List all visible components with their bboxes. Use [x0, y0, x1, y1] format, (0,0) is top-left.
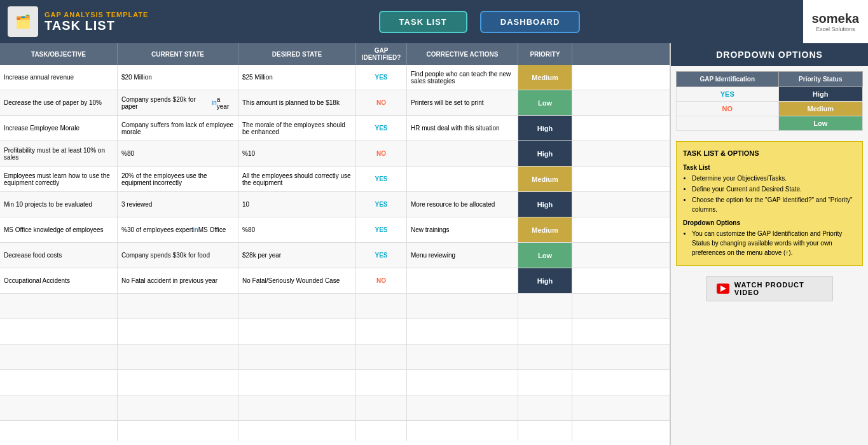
dropdown-section: GAP Identification Priority Status YES H… — [671, 66, 868, 136]
table-row: MS Office knowledge of employees %30 of … — [0, 217, 670, 243]
cell-desired — [238, 395, 356, 420]
cell-desired: All the employees should correctly use t… — [238, 167, 356, 191]
cell-current: 20% of the employees use the equipment i… — [118, 167, 238, 191]
cell-gap: YES — [356, 116, 407, 140]
table-header: TASK/OBJECTIVE CURRENT STATE DESIRED STA… — [0, 43, 670, 65]
cell-current — [118, 395, 238, 420]
col-header-gap: GAPIDENTIFIED? — [356, 43, 407, 65]
table-body: Increase annual revenue $20 Million $25 … — [0, 65, 670, 441]
header-title: TASK LIST — [45, 18, 148, 33]
cell-gap — [356, 345, 407, 369]
cell-desired — [238, 421, 356, 441]
cell-corrective: Menu reviewing — [407, 243, 518, 268]
main-container: TASK/OBJECTIVE CURRENT STATE DESIRED STA… — [0, 43, 868, 445]
table-row: Employees must learn how to use the equi… — [0, 167, 670, 192]
someka-logo-text: someka — [812, 11, 860, 26]
dropdown-row: Low — [677, 116, 863, 131]
dropdown-gap-no: NO — [677, 102, 779, 116]
cell-desired: $28k per year — [238, 243, 356, 268]
cell-current — [118, 294, 238, 318]
cell-priority: High — [518, 268, 572, 293]
col-gap-identification: GAP Identification — [677, 72, 779, 87]
cell-current: %80 — [118, 141, 238, 166]
cell-priority: Medium — [518, 167, 572, 191]
table-row — [0, 294, 670, 319]
table-row: Decrease the use of paper by 10% Company… — [0, 90, 670, 116]
info-dropdown-list: You can customize the GAP Identification… — [683, 229, 856, 257]
col-priority-status: Priority Status — [778, 72, 862, 87]
dropdown-priority-low: Low — [778, 116, 862, 131]
list-item: You can customize the GAP Identification… — [692, 229, 856, 257]
header-subtitle: GAP ANALYSIS TEMPLATE — [45, 11, 148, 18]
cell-desired — [238, 319, 356, 344]
cell-desired: This amount is planned to be $18k — [238, 90, 356, 115]
dropdown-row: YES High — [677, 87, 863, 102]
app-icon: 🗂️ — [8, 6, 38, 37]
cell-gap — [356, 294, 407, 318]
cell-desired: $25 Million — [238, 65, 356, 90]
info-box: TASK LIST & OPTIONS Task List Determine … — [676, 141, 863, 266]
cell-desired: No Fatal/Seriously Wounded Case — [238, 268, 356, 293]
tasklist-nav-button[interactable]: TASK LIST — [379, 11, 467, 33]
cell-priority — [518, 370, 572, 395]
cell-desired: 10 — [238, 192, 356, 217]
table-row — [0, 345, 670, 370]
cell-desired: %10 — [238, 141, 356, 166]
cell-priority — [518, 395, 572, 420]
cell-desired — [238, 345, 356, 369]
info-dropdown-label: Dropdown Options — [683, 218, 856, 228]
youtube-icon — [717, 284, 729, 294]
cell-priority: High — [518, 141, 572, 166]
cell-gap: NO — [356, 90, 407, 115]
cell-current: %30 of employees expert in MS Office — [118, 217, 238, 242]
cell-gap — [356, 395, 407, 420]
cell-corrective — [407, 319, 518, 344]
col-priority-label: Priority Status — [799, 76, 842, 83]
cell-desired: %80 — [238, 217, 356, 242]
play-icon — [720, 285, 726, 292]
cell-current — [118, 345, 238, 369]
table-row: Profitability must be at least 10% on sa… — [0, 141, 670, 167]
table-row: Occupational Accidents No Fatal accident… — [0, 268, 670, 294]
dashboard-nav-button[interactable]: DASHBOARD — [480, 11, 581, 33]
cell-current: $20 Million — [118, 65, 238, 90]
cell-desired — [238, 294, 356, 318]
cell-task: Profitability must be at least 10% on sa… — [0, 141, 118, 166]
cell-task: Decrease the use of paper by 10% — [0, 90, 118, 115]
cell-task: Employees must learn how to use the equi… — [0, 167, 118, 191]
dropdown-options-header: DROPDOWN OPTIONS — [671, 43, 868, 66]
cell-current — [118, 319, 238, 344]
cell-desired: The morale of the employees should be en… — [238, 116, 356, 140]
cell-gap — [356, 319, 407, 344]
col-header-current: CURRENT STATE — [118, 43, 238, 65]
cell-task: Min 10 projects to be evaluated — [0, 192, 118, 217]
cell-gap: YES — [356, 192, 407, 217]
cell-gap: YES — [356, 217, 407, 242]
cell-corrective: More resource to be allocated — [407, 192, 518, 217]
cell-task — [0, 294, 118, 318]
cell-task: Decrease food costs — [0, 243, 118, 268]
cell-gap — [356, 370, 407, 395]
dropdown-priority-high: High — [778, 87, 862, 102]
cell-gap: YES — [356, 65, 407, 90]
cell-priority: Medium — [518, 65, 572, 90]
header-text: GAP ANALYSIS TEMPLATE TASK LIST — [45, 11, 148, 33]
cell-corrective: Printers will be set to print — [407, 90, 518, 115]
table-row: Increase Employee Morale Company suffers… — [0, 116, 670, 141]
list-item: Determine your Objectives/Tasks. — [692, 174, 856, 183]
cell-gap: YES — [356, 167, 407, 191]
cell-corrective — [407, 141, 518, 166]
cell-task — [0, 421, 118, 441]
info-box-title: TASK LIST & OPTIONS — [683, 148, 856, 159]
dropdown-priority-medium: Medium — [778, 102, 862, 116]
table-row: Decrease food costs Company spends $30k … — [0, 243, 670, 268]
table-row — [0, 319, 670, 345]
cell-priority — [518, 319, 572, 344]
watch-video-button[interactable]: WATCH PRODUCT VIDEO — [706, 276, 833, 301]
cell-corrective: New trainings — [407, 217, 518, 242]
cell-corrective — [407, 268, 518, 293]
cell-corrective: HR must deal with this situation — [407, 116, 518, 140]
col-header-task: TASK/OBJECTIVE — [0, 43, 118, 65]
table-row: Min 10 projects to be evaluated 3 review… — [0, 192, 670, 217]
cell-gap — [356, 421, 407, 441]
